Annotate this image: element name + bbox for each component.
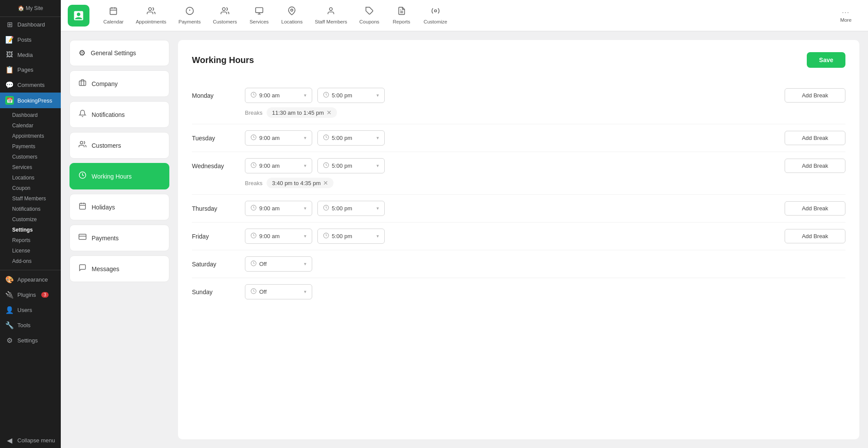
svg-rect-18 <box>79 81 86 86</box>
wednesday-breaks: Breaks 3:40 pm to 4:35 pm ✕ <box>245 178 845 188</box>
friday-start-clock <box>251 232 257 240</box>
tuesday-label: Tuesday <box>192 135 240 142</box>
sidebar-item-bookingpress[interactable]: 📅 BookingPress <box>0 93 61 108</box>
bp-menu-services[interactable]: Services <box>0 162 61 173</box>
sidebar-collapse-label: Collapse menu <box>17 437 55 444</box>
app-logo <box>68 5 89 27</box>
tuesday-end-select[interactable]: 5:00 pm ▾ <box>317 130 385 146</box>
monday-start-select[interactable]: 9:00 am ▾ <box>245 88 312 103</box>
monday-end-select[interactable]: 5:00 pm ▾ <box>317 88 385 103</box>
monday-break-tag-0: 11:30 am to 1:45 pm ✕ <box>267 107 337 118</box>
sunday-clock <box>251 288 257 295</box>
saturday-start-select[interactable]: Off ▾ <box>245 256 312 272</box>
sidebar-item-appearance[interactable]: 🎨 Appearance <box>0 272 61 287</box>
bp-menu-customize[interactable]: Customize <box>0 214 61 225</box>
tuesday-start-clock <box>251 134 257 142</box>
tuesday-start-select[interactable]: 9:00 am ▾ <box>245 130 312 146</box>
settings-card-customers[interactable]: Customers <box>69 132 169 159</box>
monday-break-remove-0[interactable]: ✕ <box>327 109 332 116</box>
holidays-label: Holidays <box>92 204 115 211</box>
bp-menu-dashboard[interactable]: Dashboard <box>0 110 61 120</box>
nav-calendar[interactable]: Calendar <box>98 3 129 28</box>
bp-menu-calendar[interactable]: Calendar <box>0 120 61 131</box>
bp-menu-locations[interactable]: Locations <box>0 173 61 183</box>
payments-card-label: Payments <box>92 235 119 242</box>
sidebar-collapse[interactable]: ◀ Collapse menu <box>0 433 61 448</box>
sidebar-item-settings[interactable]: ⚙ Settings <box>0 333 61 348</box>
bp-menu-payments[interactable]: Payments <box>0 141 61 152</box>
wednesday-break-remove-0[interactable]: ✕ <box>323 179 328 186</box>
posts-icon: 📝 <box>5 36 14 44</box>
wednesday-start-clock <box>251 162 257 169</box>
settings-card-general[interactable]: ⚙ General Settings <box>69 40 169 66</box>
bp-menu-addons[interactable]: Add-ons <box>0 256 61 266</box>
monday-add-break[interactable]: Add Break <box>785 88 845 103</box>
thursday-label: Thursday <box>192 205 240 212</box>
working-hours-label: Working Hours <box>92 173 132 180</box>
customers-card-label: Customers <box>92 142 121 149</box>
bp-menu-appointments[interactable]: Appointments <box>0 131 61 141</box>
nav-reports[interactable]: Reports <box>386 3 417 28</box>
nav-coupons[interactable]: Coupons <box>354 3 385 28</box>
wednesday-start-time: 9:00 am <box>259 163 280 169</box>
settings-card-payments[interactable]: Payments <box>69 225 169 251</box>
bp-menu-reports[interactable]: Reports <box>0 235 61 246</box>
bp-menu-staff[interactable]: Staff Members <box>0 193 61 204</box>
wednesday-end-select[interactable]: 5:00 pm ▾ <box>317 158 385 173</box>
wednesday-start-select[interactable]: 9:00 am ▾ <box>245 158 312 173</box>
wednesday-breaks-label: Breaks <box>245 180 262 186</box>
sidebar-item-dashboard[interactable]: ⊞ Dashboard <box>0 17 61 32</box>
nav-services[interactable]: Services <box>244 3 274 28</box>
thursday-start-select[interactable]: 9:00 am ▾ <box>245 201 312 216</box>
bp-menu-coupon[interactable]: Coupon <box>0 183 61 193</box>
settings-card-holidays[interactable]: Holidays <box>69 194 169 220</box>
messages-icon <box>79 264 86 274</box>
sidebar-item-pages[interactable]: 📋 Pages <box>0 62 61 77</box>
bp-menu-customers[interactable]: Customers <box>0 152 61 162</box>
friday-start-select[interactable]: 9:00 am ▾ <box>245 229 312 244</box>
thursday-end-select[interactable]: 5:00 pm ▾ <box>317 201 385 216</box>
settings-card-working-hours[interactable]: Working Hours <box>69 163 169 189</box>
settings-card-company[interactable]: Company <box>69 70 169 97</box>
bp-menu-license[interactable]: License <box>0 246 61 256</box>
bp-menu-settings[interactable]: Settings <box>0 225 61 235</box>
thursday-add-break[interactable]: Add Break <box>785 201 845 216</box>
settings-card-messages[interactable]: Messages <box>69 256 169 282</box>
more-nav-icon: ··· <box>842 9 850 16</box>
sidebar-item-plugins[interactable]: 🔌 Plugins 3 <box>0 287 61 302</box>
payments-card-icon <box>79 233 86 243</box>
bp-menu-notifications[interactable]: Notifications <box>0 204 61 214</box>
tuesday-add-break[interactable]: Add Break <box>785 131 845 145</box>
nav-appointments[interactable]: Appointments <box>131 3 172 28</box>
messages-label: Messages <box>92 265 119 272</box>
sidebar-item-comments[interactable]: 💬 Comments <box>0 77 61 93</box>
nav-locations[interactable]: Locations <box>276 3 308 28</box>
nav-customers[interactable]: Customers <box>208 3 242 28</box>
settings-icon: ⚙ <box>5 336 14 345</box>
sidebar-posts-label: Posts <box>17 37 32 43</box>
reports-nav-icon <box>397 7 406 17</box>
monday-breaks-label: Breaks <box>245 110 262 116</box>
wednesday-add-break[interactable]: Add Break <box>785 159 845 173</box>
customize-nav-icon <box>431 7 440 17</box>
saturday-label: Saturday <box>192 261 240 268</box>
nav-staff-label: Staff Members <box>315 19 347 24</box>
nav-more[interactable]: ··· More <box>831 5 861 26</box>
friday-end-select[interactable]: 5:00 pm ▾ <box>317 229 385 244</box>
nav-staff-members[interactable]: Staff Members <box>310 3 353 28</box>
notifications-label: Notifications <box>92 111 125 118</box>
sidebar-item-media[interactable]: 🖼 Media <box>0 47 61 62</box>
tuesday-end-clock <box>323 134 329 142</box>
company-icon <box>79 79 86 89</box>
settings-card-notifications[interactable]: Notifications <box>69 101 169 128</box>
customers-nav-icon <box>221 7 229 17</box>
nav-payments[interactable]: Payments <box>173 3 206 28</box>
nav-customize[interactable]: Customize <box>419 3 452 28</box>
sidebar-item-tools[interactable]: 🔧 Tools <box>0 318 61 333</box>
sunday-start-select[interactable]: Off ▾ <box>245 284 312 299</box>
thursday-main: Thursday 9:00 am ▾ 5:00 pm ▾ <box>192 201 845 216</box>
sidebar-item-users[interactable]: 👤 Users <box>0 302 61 318</box>
save-button[interactable]: Save <box>807 52 845 68</box>
friday-add-break[interactable]: Add Break <box>785 229 845 243</box>
sidebar-item-posts[interactable]: 📝 Posts <box>0 32 61 47</box>
